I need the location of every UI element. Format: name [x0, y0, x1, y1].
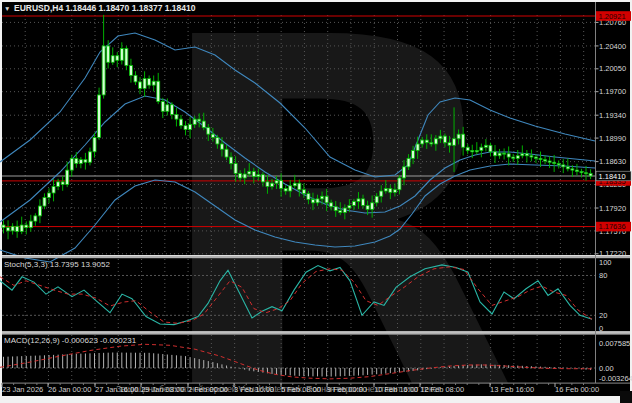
svg-text:-0.003264: -0.003264 [599, 374, 632, 383]
svg-text:80: 80 [599, 271, 607, 280]
svg-text:0.00: 0.00 [599, 364, 614, 373]
watermark-text: Защищено бесплатной версией Visual Water… [116, 384, 441, 394]
symbol-ohlc-header: EURUSD,H4 1.18446 1.18470 1.18377 1.1841… [14, 3, 196, 13]
current-price-badge: 1.18410 [599, 172, 626, 181]
watermark-r-letter: R [148, 0, 518, 403]
price-chart: R 1.207601.204001.200501.197001.193401.1… [0, 0, 632, 403]
svg-text:23 Jan 2026: 23 Jan 2026 [2, 385, 43, 394]
svg-text:0: 0 [599, 324, 603, 333]
svg-text:1.19700: 1.19700 [599, 87, 626, 96]
svg-text:100: 100 [599, 258, 612, 267]
svg-text:1.20400: 1.20400 [599, 42, 626, 51]
macd-label: MACD(12,26,9) -0.000623 -0.000231 [4, 336, 137, 345]
svg-text:1.18990: 1.18990 [599, 134, 626, 143]
stochastic-label: Stoch(5,3,3) 13.7395 13.9052 [4, 260, 110, 269]
svg-text:1.17636: 1.17636 [599, 222, 626, 231]
svg-text:1.18630: 1.18630 [599, 157, 626, 166]
corner-box [620, 391, 632, 403]
dropdown-arrow-icon[interactable]: ▼ [4, 5, 10, 12]
svg-text:1.20050: 1.20050 [599, 64, 626, 73]
svg-text:26 Jan 00:00: 26 Jan 00:00 [48, 385, 91, 394]
svg-text:1.19340: 1.19340 [599, 111, 626, 120]
svg-text:16 Feb 00:00: 16 Feb 00:00 [555, 385, 599, 394]
svg-text:20: 20 [599, 311, 607, 320]
svg-text:0.007585: 0.007585 [599, 339, 630, 348]
chart-window: R 1.207601.204001.200501.197001.193401.1… [0, 0, 632, 403]
svg-text:1.20921: 1.20921 [599, 12, 626, 21]
svg-text:13 Feb 16:00: 13 Feb 16:00 [490, 385, 534, 394]
svg-text:1.17920: 1.17920 [599, 204, 626, 213]
